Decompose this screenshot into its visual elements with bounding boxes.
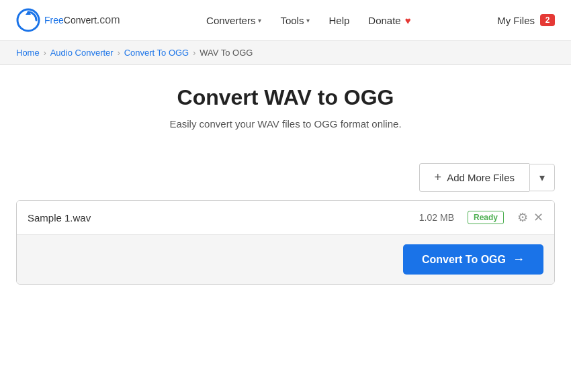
breadcrumb-sep-2: › <box>118 48 120 58</box>
logo-domain: .com <box>97 14 120 26</box>
breadcrumb: Home › Audio Converter › Convert To OGG … <box>0 41 571 65</box>
plus-icon: + <box>435 170 442 185</box>
logo-convert: Convert <box>64 15 97 26</box>
file-name: Sample 1.wav <box>28 212 411 224</box>
arrow-right-icon: → <box>513 252 525 266</box>
nav-help[interactable]: Help <box>328 15 349 26</box>
my-files-link[interactable]: My Files <box>497 15 535 26</box>
page-title: Convert WAV to OGG <box>16 85 555 110</box>
add-files-dropdown-button[interactable]: ▾ <box>529 164 555 191</box>
logo-free: Free <box>44 15 64 26</box>
logo[interactable]: FreeConvert.com <box>16 8 120 32</box>
nav-donate[interactable]: Donate ♥ <box>368 15 410 26</box>
remove-icon[interactable]: ✕ <box>533 210 543 225</box>
main-nav: Converters ▾ Tools ▾ Help Donate ♥ <box>206 15 411 26</box>
logo-text: FreeConvert.com <box>44 14 120 26</box>
nav-converters[interactable]: Converters ▾ <box>206 15 261 26</box>
breadcrumb-current: WAV To OGG <box>200 48 253 58</box>
converters-chevron-icon: ▾ <box>258 17 261 24</box>
breadcrumb-convert-to-ogg[interactable]: Convert To OGG <box>124 48 189 58</box>
add-files-button[interactable]: + Add More Files <box>419 163 529 192</box>
logo-icon <box>16 8 40 32</box>
breadcrumb-audio-converter[interactable]: Audio Converter <box>50 48 114 58</box>
file-list-container: Sample 1.wav 1.02 MB Ready ⚙ ✕ Convert T… <box>16 200 555 285</box>
file-size: 1.02 MB <box>419 212 454 223</box>
convert-button[interactable]: Convert To OGG → <box>403 244 543 275</box>
table-row: Sample 1.wav 1.02 MB Ready ⚙ ✕ <box>17 201 554 235</box>
file-actions: ⚙ ✕ <box>517 210 543 225</box>
page-subtitle: Easily convert your WAV files to OGG for… <box>16 118 555 130</box>
my-files-badge: 2 <box>540 14 555 26</box>
dropdown-chevron-icon: ▾ <box>539 172 545 183</box>
header: FreeConvert.com Converters ▾ Tools ▾ Hel… <box>0 0 571 41</box>
toolbar: + Add More Files ▾ <box>16 163 555 192</box>
nav-tools[interactable]: Tools ▾ <box>280 15 310 26</box>
tools-chevron-icon: ▾ <box>306 17 310 24</box>
donate-heart-icon: ♥ <box>405 15 411 26</box>
my-files-area[interactable]: My Files 2 <box>497 14 555 26</box>
breadcrumb-home[interactable]: Home <box>16 48 40 58</box>
status-badge: Ready <box>468 211 504 224</box>
main-content: Convert WAV to OGG Easily convert your W… <box>0 65 571 311</box>
settings-icon[interactable]: ⚙ <box>517 210 528 225</box>
breadcrumb-sep-3: › <box>193 48 195 58</box>
breadcrumb-sep-1: › <box>44 48 46 58</box>
convert-row: Convert To OGG → <box>17 235 554 284</box>
